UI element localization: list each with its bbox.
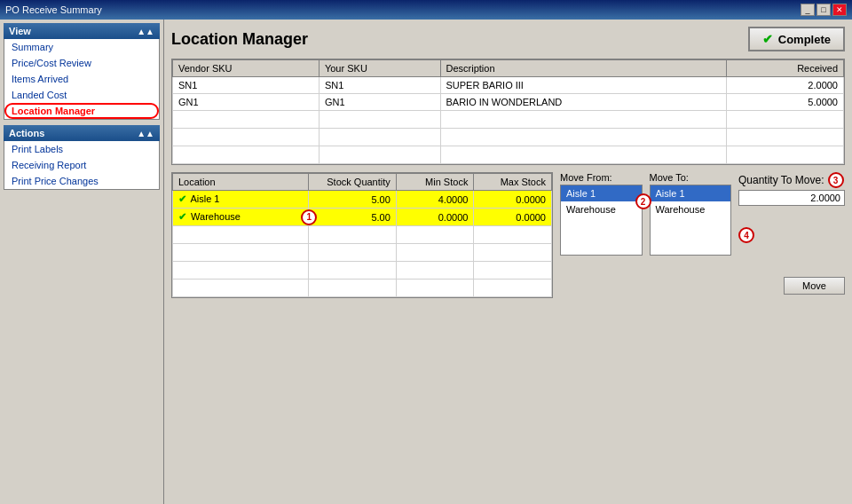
location-row[interactable]: ✔ Aisle 1 5.00 4.0000 0.0000 [173,191,552,209]
table-row-empty [173,129,844,146]
maximize-button[interactable]: □ [816,4,831,16]
move-to-box: Move To: Aisle 1 Warehouse [650,172,732,298]
location-table-area: Location Stock Quantity Min Stock Max St… [171,172,553,298]
location-cell: ✔ Aisle 1 [173,191,309,209]
row-check-icon: ✔ [178,193,186,204]
sidebar-item-print-labels[interactable]: Print Labels [4,141,159,157]
move-to-list[interactable]: Aisle 1 Warehouse [650,185,732,256]
sidebar-item-receiving-report[interactable]: Receiving Report [4,157,159,173]
row-check-icon: ✔ [178,211,186,222]
actions-section-header: Actions ▲▲ [4,125,160,141]
vendor-sku-cell: GN1 [173,94,320,111]
move-from-item-aisle1[interactable]: Aisle 1 [561,185,642,201]
max-stock-cell: 0.0000 [474,209,552,226]
max-stock-cell: 0.0000 [474,191,552,209]
move-from-label: Move From: [560,172,643,183]
your-sku-cell: GN1 [319,94,440,111]
view-section-header: View ▲▲ [4,23,160,39]
location-cell: ✔ Warehouse 1 [173,209,309,226]
move-from-box: Move From: Aisle 1 Warehouse 2 [560,172,643,298]
actions-section: Actions ▲▲ Print Labels Receiving Report… [4,125,160,190]
col-min-stock: Min Stock [396,174,474,191]
col-description: Description [440,60,726,77]
complete-button[interactable]: ✔ Complete [748,27,845,51]
move-from-to-row: Move From: Aisle 1 Warehouse 2 Move T [560,172,845,298]
view-items: Summary Price/Cost Review Items Arrived … [4,39,160,120]
move-from-item-warehouse[interactable]: Warehouse [561,201,642,217]
move-to-item-warehouse[interactable]: Warehouse [651,201,731,217]
window-title: PO Receive Summary [5,4,102,15]
received-cell: 5.0000 [726,94,843,111]
step-2-circle: 2 [635,193,651,209]
qty-label-row: Quantity To Move: 3 [738,172,845,188]
sidebar-item-landed-cost[interactable]: Landed Cost [4,87,159,103]
title-bar: PO Receive Summary _ □ ✕ [0,0,852,20]
location-table: Location Stock Quantity Min Stock Max St… [172,173,552,297]
move-btn-row: 4 Move [738,227,845,243]
step-1-circle: 1 [301,209,317,225]
location-row-empty [173,244,552,262]
move-button[interactable]: Move [784,277,845,295]
items-table-wrapper: Vendor SKU Your SKU Description Received… [171,59,845,165]
location-row-empty [173,262,552,280]
content-header: Location Manager ✔ Complete [171,27,845,51]
col-received: Received [726,60,843,77]
qty-move-box: Quantity To Move: 3 4 Move [738,172,845,298]
items-table: Vendor SKU Your SKU Description Received… [172,59,844,164]
col-vendor-sku: Vendor SKU [173,60,320,77]
col-stock-qty: Stock Quantity [309,174,397,191]
min-stock-cell: 0.0000 [396,209,474,226]
table-row-empty [173,146,844,164]
sidebar: View ▲▲ Summary Price/Cost Review Items … [0,20,164,504]
vendor-sku-cell: SN1 [173,77,320,94]
complete-label: Complete [778,33,831,46]
checkmark-icon: ✔ [762,32,773,46]
move-controls: Move From: Aisle 1 Warehouse 2 Move T [560,172,845,298]
col-max-stock: Max Stock [474,174,552,191]
location-name: Warehouse [191,211,241,222]
table-row[interactable]: SN1 SN1 SUPER BARIO III 2.0000 [173,77,844,94]
actions-items: Print Labels Receiving Report Print Pric… [4,141,160,190]
qty-label: Quantity To Move: [738,174,824,186]
close-button[interactable]: ✕ [832,4,847,16]
view-label: View [9,26,31,36]
bottom-section: Location Stock Quantity Min Stock Max St… [171,172,845,298]
location-name: Aisle 1 [190,193,219,204]
sidebar-item-summary[interactable]: Summary [4,39,159,55]
sidebar-item-price-cost-review[interactable]: Price/Cost Review [4,55,159,71]
move-to-item-aisle1[interactable]: Aisle 1 [651,185,731,201]
sidebar-item-print-price-changes[interactable]: Print Price Changes [4,173,159,189]
description-cell: BARIO IN WONDERLAND [440,94,726,111]
move-to-label: Move To: [650,172,732,183]
actions-collapse-icon[interactable]: ▲▲ [137,129,154,138]
min-stock-cell: 4.0000 [396,191,474,209]
window-controls: _ □ ✕ [801,4,847,16]
your-sku-cell: SN1 [319,77,440,94]
qty-input[interactable] [738,190,845,206]
view-section: View ▲▲ Summary Price/Cost Review Items … [4,23,160,120]
stock-qty-cell: 5.00 [309,191,397,209]
minimize-button[interactable]: _ [801,4,815,16]
received-cell: 2.0000 [726,77,843,94]
page-title: Location Manager [171,30,308,49]
col-location: Location [173,174,309,191]
table-row[interactable]: GN1 GN1 BARIO IN WONDERLAND 5.0000 [173,94,844,111]
move-from-list[interactable]: Aisle 1 Warehouse [560,185,643,256]
location-row-empty [173,226,552,244]
sidebar-item-items-arrived[interactable]: Items Arrived [4,71,159,87]
view-collapse-icon[interactable]: ▲▲ [137,27,154,36]
content-area: Location Manager ✔ Complete Vendor SKU Y… [164,20,852,504]
location-row-empty [173,280,552,297]
step-4-circle: 4 [738,227,754,243]
location-table-wrapper: Location Stock Quantity Min Stock Max St… [171,172,553,298]
description-cell: SUPER BARIO III [440,77,726,94]
actions-label: Actions [9,128,44,138]
location-row[interactable]: ✔ Warehouse 1 5.00 0.0000 0.0000 [173,209,552,226]
step-3-circle: 3 [828,172,844,188]
table-row-empty [173,111,844,129]
col-your-sku: Your SKU [319,60,440,77]
stock-qty-cell: 5.00 [309,209,397,226]
sidebar-item-location-manager[interactable]: Location Manager [4,103,159,119]
